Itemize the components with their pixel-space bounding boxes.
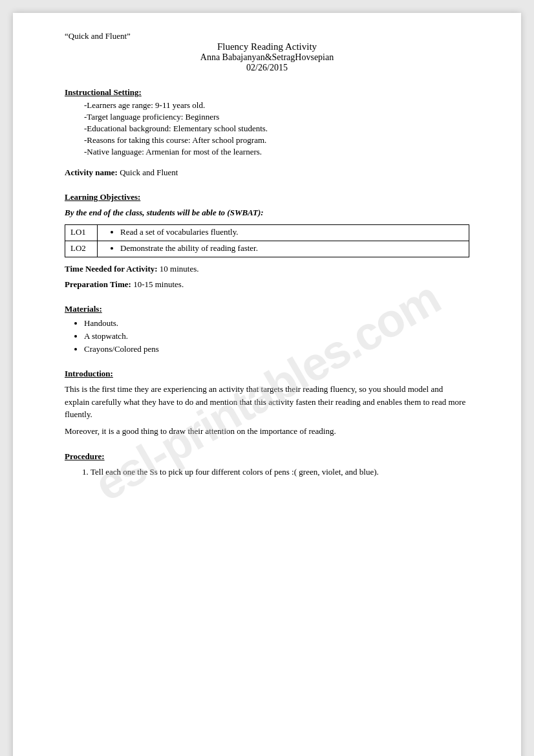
lo2-content: Demonstrate the ability of reading faste… — [98, 241, 469, 257]
lo1-content: Read a set of vocabularies fluently. — [98, 225, 469, 241]
instructional-setting-section: Instructional Setting: -Learners age ran… — [65, 87, 469, 157]
list-item: Handouts. — [84, 318, 469, 329]
preparation-time-line: Preparation Time: 10-15 minutes. — [65, 279, 469, 290]
list-item: -Reasons for taking this course: After s… — [84, 135, 469, 146]
instructional-setting-list: -Learners age range: 9-11 years old. -Ta… — [84, 100, 469, 157]
procedure-section: Procedure: Tell each one the Ss to pick … — [65, 451, 469, 479]
materials-list: Handouts. A stopwatch. Crayons/Colored p… — [84, 318, 469, 354]
table-row: LO1 Read a set of vocabularies fluently. — [65, 225, 469, 241]
document-page: esl-printables.com “Quick and Fluent” Fl… — [13, 13, 521, 756]
swbat-text: By the end of the class, students will b… — [65, 208, 264, 217]
table-row: LO2 Demonstrate the ability of reading f… — [65, 241, 469, 257]
time-needed-value: 10 minutes. — [160, 264, 199, 274]
preparation-time-label: Preparation Time: — [65, 279, 131, 289]
activity-name-value: Quick and Fluent — [120, 167, 178, 177]
list-item: -Target language proficiency: Beginners — [84, 112, 469, 122]
procedure-title: Procedure: — [65, 451, 105, 461]
list-item: A stopwatch. — [84, 331, 469, 341]
authors: Anna Babajanyan&SetragHovsepian — [65, 52, 469, 63]
learning-objectives-title: Learning Objectives: — [65, 192, 469, 202]
preparation-time-value: 10-15 minutes. — [133, 279, 184, 289]
materials-title: Materials: — [65, 304, 102, 314]
list-item: Tell each one the Ss to pick up four dif… — [91, 466, 469, 479]
header: Fluency Reading Activity Anna Babajanyan… — [65, 41, 469, 73]
document-title: Fluency Reading Activity — [65, 41, 469, 52]
time-needed-label: Time Needed for Activity: — [65, 264, 158, 274]
lo2-label: LO2 — [65, 241, 98, 257]
introduction-text2: Moreover, it is a good thing to draw the… — [65, 425, 469, 438]
list-item: -Learners age range: 9-11 years old. — [84, 100, 469, 111]
lo2-text: Demonstrate the ability of reading faste… — [120, 243, 464, 254]
instructional-setting-title: Instructional Setting: — [65, 87, 142, 97]
list-item: -Native language: Armenian for most of t… — [84, 147, 469, 157]
learning-objectives-section: Learning Objectives: By the end of the c… — [65, 192, 469, 257]
lo1-label: LO1 — [65, 225, 98, 241]
lo-table: LO1 Read a set of vocabularies fluently.… — [65, 224, 469, 257]
subtitle-left: “Quick and Fluent” — [65, 31, 469, 41]
introduction-text1: This is the first time they are experien… — [65, 383, 469, 421]
list-item: Crayons/Colored pens — [84, 344, 469, 354]
activity-name-line: Activity name: Quick and Fluent — [65, 167, 469, 178]
introduction-section: Introduction: This is the first time the… — [65, 369, 469, 437]
activity-name-label: Activity name: — [65, 167, 118, 177]
date: 02/26/2015 — [65, 63, 469, 73]
lo1-text: Read a set of vocabularies fluently. — [120, 227, 464, 237]
time-needed-line: Time Needed for Activity: 10 minutes. — [65, 264, 469, 274]
introduction-title: Introduction: — [65, 369, 113, 378]
list-item: -Educational background: Elementary scho… — [84, 124, 469, 134]
materials-section: Materials: Handouts. A stopwatch. Crayon… — [65, 304, 469, 354]
procedure-list: Tell each one the Ss to pick up four dif… — [91, 466, 469, 479]
